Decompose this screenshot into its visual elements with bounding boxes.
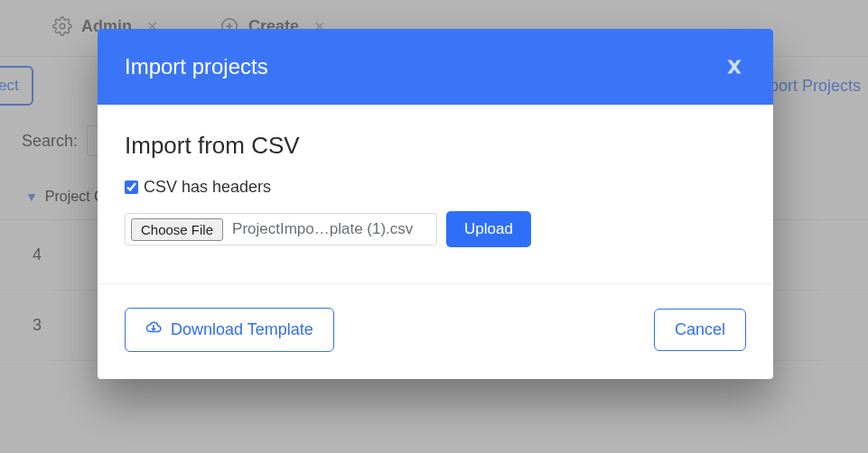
choose-file-button[interactable]: Choose File (131, 218, 223, 241)
modal-title: Import projects (125, 54, 268, 79)
file-upload-row: Choose File ProjectImpo…plate (1).csv Up… (125, 211, 746, 247)
upload-button[interactable]: Upload (446, 211, 531, 247)
cloud-download-icon (145, 319, 162, 340)
csv-headers-checkbox-row[interactable]: CSV has headers (125, 178, 746, 197)
modal-footer: Download Template Cancel (98, 283, 773, 379)
modal-body: Import from CSV CSV has headers Choose F… (98, 105, 773, 283)
file-input[interactable]: Choose File ProjectImpo…plate (1).csv (125, 213, 437, 245)
section-title: Import from CSV (125, 132, 746, 160)
modal-header: Import projects (98, 29, 773, 105)
csv-headers-label: CSV has headers (144, 178, 271, 197)
import-projects-modal: Import projects Import from CSV CSV has … (98, 29, 773, 379)
selected-file-name: ProjectImpo…plate (1).csv (232, 220, 429, 238)
download-template-label: Download Template (171, 320, 313, 339)
download-template-button[interactable]: Download Template (125, 308, 334, 352)
csv-headers-checkbox[interactable] (125, 180, 138, 194)
cancel-label: Cancel (675, 320, 725, 339)
cancel-button[interactable]: Cancel (654, 309, 746, 351)
close-icon[interactable] (723, 55, 746, 79)
